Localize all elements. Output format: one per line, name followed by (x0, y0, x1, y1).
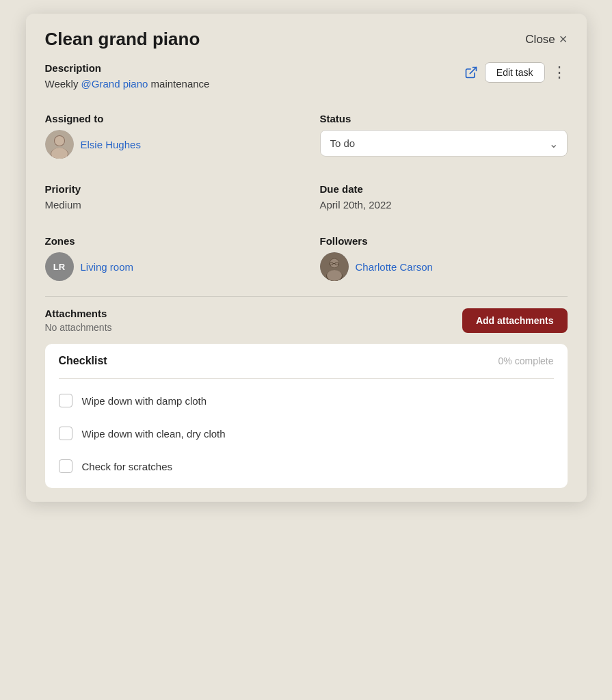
checklist-checkbox-3[interactable] (59, 459, 72, 473)
fields-row-3: Zones LR Living room Followers (45, 226, 568, 291)
fields-row-1: Assigned to Elsie Hughes St (45, 103, 568, 168)
close-button[interactable]: Close × (525, 31, 567, 47)
zone-name[interactable]: Living room (81, 261, 134, 273)
zones-label: Zones (45, 235, 306, 247)
checklist-item-label-1: Wipe down with damp cloth (82, 395, 207, 407)
checklist-item-label-2: Wipe down with clean, dry cloth (82, 428, 226, 440)
checklist-item: Wipe down with clean, dry cloth (45, 417, 568, 450)
svg-point-9 (330, 259, 338, 268)
attachments-left: Attachments No attachments (45, 308, 112, 333)
desc-text-before: Weekly (45, 78, 81, 90)
desc-mention[interactable]: @Grand piano (81, 78, 148, 90)
external-link-icon (464, 66, 478, 79)
checklist-checkbox-1[interactable] (59, 394, 72, 407)
status-wrapper: To do In progress Done ⌄ (320, 130, 568, 157)
status-label: Status (320, 113, 568, 124)
task-detail-card: Clean grand piano Close × Description We… (26, 14, 587, 502)
svg-point-4 (55, 136, 64, 146)
card-header: Clean grand piano Close × (26, 14, 587, 62)
more-icon: ⋮ (552, 64, 568, 81)
more-options-button[interactable]: ⋮ (552, 65, 568, 80)
assigned-to-block: Assigned to Elsie Hughes (45, 103, 306, 168)
due-date-value: April 20th, 2022 (320, 199, 568, 211)
followers-label: Followers (320, 235, 568, 247)
description-section: Description Weekly @Grand piano maintena… (45, 62, 568, 90)
assignee-name[interactable]: Elsie Hughes (81, 139, 141, 150)
no-attachments-text: No attachments (45, 322, 112, 333)
assignee-avatar-img (45, 130, 74, 159)
follower-avatar (320, 252, 349, 281)
close-label: Close (525, 33, 555, 46)
checklist-progress: 0% complete (498, 355, 554, 366)
zone-avatar: LR (45, 252, 74, 281)
zone-row: LR Living room (45, 252, 306, 281)
checklist-title: Checklist (59, 355, 107, 367)
zones-block: Zones LR Living room (45, 226, 306, 291)
external-link-button[interactable] (464, 66, 478, 79)
priority-label: Priority (45, 183, 306, 195)
checklist-card: Checklist 0% complete Wipe down with dam… (45, 344, 568, 488)
status-block: Status To do In progress Done ⌄ (306, 103, 568, 168)
due-date-block: Due date April 20th, 2022 (306, 174, 568, 220)
task-actions: Edit task ⋮ (464, 62, 568, 83)
follower-row: Charlotte Carson (320, 252, 568, 281)
checklist-checkbox-2[interactable] (59, 427, 72, 440)
svg-point-10 (327, 270, 342, 281)
card-body: Description Weekly @Grand piano maintena… (26, 62, 587, 502)
description-content: Description Weekly @Grand piano maintena… (45, 62, 210, 90)
checklist-item: Check for scratches (45, 450, 568, 483)
checklist-header: Checklist 0% complete (45, 344, 568, 378)
checklist-item-label-3: Check for scratches (82, 461, 173, 472)
svg-line-0 (470, 68, 476, 74)
follower-avatar-img (320, 252, 349, 281)
attachments-label: Attachments (45, 308, 112, 319)
priority-block: Priority Medium (45, 174, 306, 220)
assigned-to-label: Assigned to (45, 113, 306, 124)
status-select[interactable]: To do In progress Done (320, 130, 568, 157)
divider (45, 296, 568, 297)
assignee-row: Elsie Hughes (45, 130, 306, 159)
follower-name[interactable]: Charlotte Carson (356, 261, 433, 273)
assignee-avatar (45, 130, 74, 159)
due-date-label: Due date (320, 183, 568, 195)
attachments-section: Attachments No attachments Add attachmen… (45, 308, 568, 333)
edit-task-button[interactable]: Edit task (485, 62, 545, 83)
task-title: Clean grand piano (45, 29, 200, 50)
followers-block: Followers (306, 226, 568, 291)
description-label: Description (45, 62, 210, 74)
description-text: Weekly @Grand piano maintenance (45, 78, 210, 90)
close-icon: × (559, 31, 568, 47)
checklist-items: Wipe down with damp cloth Wipe down with… (45, 379, 568, 488)
description-row: Description Weekly @Grand piano maintena… (45, 62, 568, 90)
priority-value: Medium (45, 199, 306, 211)
add-attachments-button[interactable]: Add attachments (462, 308, 568, 333)
desc-text-after: maintenance (148, 78, 209, 90)
fields-row-2: Priority Medium Due date April 20th, 202… (45, 174, 568, 220)
checklist-item: Wipe down with damp cloth (45, 384, 568, 417)
